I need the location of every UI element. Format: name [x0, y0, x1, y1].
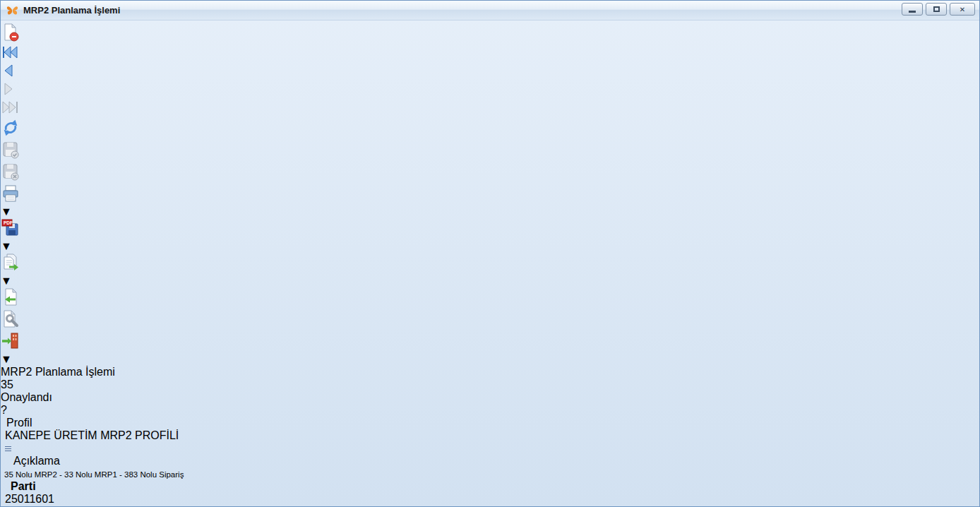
cancel-save-icon [1, 162, 20, 181]
close-button[interactable]: ✕ [950, 3, 975, 16]
exit-button[interactable] [1, 331, 979, 353]
previous-record-icon [1, 63, 16, 78]
last-record-button[interactable] [1, 100, 979, 118]
profile-panel: Profil KANEPE ÜRETİM MRP2 PROFİLİ Açıkla… [1, 417, 979, 506]
save-icon [1, 141, 20, 160]
profil-label: Profil [6, 417, 32, 429]
pdf-export-button[interactable]: PDF [1, 218, 979, 240]
print-button[interactable] [1, 184, 979, 205]
app-butterfly-icon [6, 5, 18, 16]
toolbar: ▼ PDF ▼ ▼ [1, 1, 979, 417]
transfer-button[interactable] [1, 253, 979, 275]
import-button[interactable] [1, 287, 979, 309]
parti-field[interactable]: 25011601 [5, 493, 116, 506]
first-record-button[interactable] [1, 44, 979, 63]
title-bar: MRP2 Planlama İşlemi ✕ [1, 1, 979, 20]
exit-dropdown[interactable]: ▼ [1, 353, 979, 366]
minimize-button[interactable] [902, 3, 923, 16]
pdf-dropdown[interactable]: ▼ [1, 240, 979, 253]
next-record-icon [1, 81, 16, 97]
cancel-save-button[interactable] [1, 162, 979, 184]
help-button[interactable]: ? [1, 404, 979, 417]
transfer-dropdown[interactable]: ▼ [1, 275, 979, 287]
aciklama-value: 35 Nolu MRP2 - 33 Nolu MRP1 - 383 Nolu S… [4, 470, 184, 479]
exit-door-icon [1, 331, 20, 350]
profil-value: KANEPE ÜRETİM MRP2 PROFİLİ [5, 429, 179, 441]
parti-label: Parti [11, 480, 36, 492]
svg-text:PDF: PDF [4, 220, 13, 225]
window-title: MRP2 Planlama İşlemi [23, 5, 120, 16]
profil-field[interactable]: KANEPE ÜRETİM MRP2 PROFİLİ [5, 429, 139, 455]
printer-icon [1, 184, 20, 203]
form-title: MRP2 Planlama İşlemi [1, 366, 979, 378]
transfer-documents-icon [1, 253, 20, 272]
previous-record-button[interactable] [1, 63, 979, 81]
aciklama-label: Açıklama [13, 455, 60, 467]
next-record-button[interactable] [1, 81, 979, 100]
document-settings-button[interactable] [1, 309, 979, 331]
parti-value: 25011601 [5, 493, 54, 505]
record-number: 35 [1, 378, 979, 391]
profil-lookup-icon[interactable] [5, 442, 11, 454]
save-button[interactable] [1, 141, 979, 162]
maximize-button[interactable] [926, 3, 947, 16]
help-icon: ? [1, 404, 979, 417]
app-window: MRP2 Planlama İşlemi ✕ [0, 0, 980, 507]
import-document-icon [1, 287, 20, 306]
last-record-icon [1, 100, 19, 115]
delete-document-icon [1, 23, 20, 42]
document-wrench-icon [1, 309, 20, 328]
aciklama-field[interactable]: 35 Nolu MRP2 - 33 Nolu MRP1 - 383 Nolu S… [4, 467, 158, 480]
delete-record-button[interactable] [1, 23, 979, 44]
refresh-button[interactable] [1, 118, 979, 141]
print-dropdown[interactable]: ▼ [1, 205, 979, 218]
pdf-icon: PDF [1, 218, 20, 237]
refresh-icon [1, 118, 20, 138]
first-record-icon [1, 44, 19, 60]
status-badge: Onaylandı [1, 391, 979, 404]
